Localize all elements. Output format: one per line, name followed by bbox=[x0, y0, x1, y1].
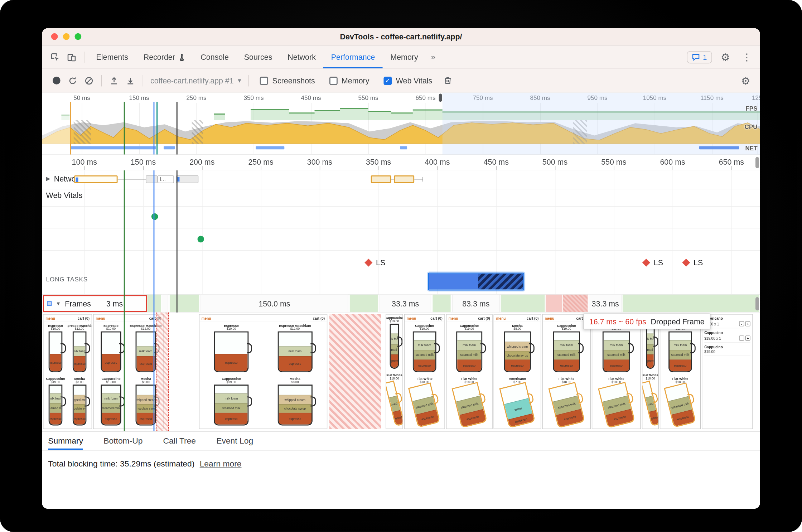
disclosure-triangle-icon[interactable]: ▼ bbox=[56, 301, 61, 306]
frames-track-header-highlight[interactable]: ▼ Frames 3 ms bbox=[43, 295, 147, 312]
detail-time-ruler[interactable]: 100 ms150 ms200 ms250 ms300 ms350 ms400 … bbox=[42, 155, 760, 170]
network-request-bar[interactable] bbox=[371, 175, 391, 183]
long-task-bar-selected[interactable] bbox=[428, 272, 525, 290]
frame-segment[interactable] bbox=[432, 295, 450, 312]
cup-layer-milk-foam: milk foam bbox=[137, 346, 155, 356]
menu-link: menu bbox=[496, 316, 506, 320]
capture-settings-gear-icon[interactable]: ⚙ bbox=[738, 72, 754, 89]
web-vitals-checkbox[interactable]: ✓ Web Vitals bbox=[383, 76, 432, 85]
network-request-bar[interactable] bbox=[74, 175, 117, 183]
coffee-cup: milk foamespresso bbox=[277, 332, 312, 372]
coffee-cup: milk foamespresso bbox=[136, 332, 156, 372]
frame-segment[interactable] bbox=[562, 295, 588, 312]
cart-item-name: Americano bbox=[704, 316, 750, 320]
filmstrip-frame[interactable]: menucart (0)Cappuccino$19.00milk foamste… bbox=[592, 314, 641, 429]
more-tabs-chevron[interactable]: » bbox=[426, 52, 440, 62]
memory-checkbox[interactable]: Memory bbox=[329, 76, 369, 85]
vertical-scrollbar-thumb[interactable] bbox=[755, 157, 759, 168]
minimize-button[interactable] bbox=[63, 33, 70, 40]
dropped-frame-placeholder[interactable] bbox=[329, 314, 381, 429]
frames-track[interactable]: 150.0 ms33.3 ms83.3 ms33.3 ms ▼ Frames 3… bbox=[42, 294, 760, 312]
tab-memory[interactable]: Memory bbox=[383, 45, 426, 68]
frame-segment[interactable]: 33.3 ms bbox=[379, 295, 431, 312]
tab-event-log[interactable]: Event Log bbox=[216, 432, 253, 450]
zoom-button[interactable] bbox=[75, 33, 82, 40]
filmstrip-frame[interactable]: menucart (0)Cappuccino$19.00milk foamste… bbox=[404, 314, 445, 429]
quantity-stepper[interactable]: -+ bbox=[739, 335, 750, 340]
learn-more-link[interactable]: Learn more bbox=[200, 459, 242, 469]
frame-segment[interactable] bbox=[162, 295, 168, 312]
app-header: menucart (0) bbox=[405, 315, 444, 322]
frames-scrollbar-thumb[interactable] bbox=[755, 297, 759, 310]
frame-segment[interactable] bbox=[169, 295, 199, 312]
coffee-cup: milk foamsteamed milkespresso bbox=[553, 332, 580, 372]
tab-sources[interactable]: Sources bbox=[236, 45, 280, 68]
network-request-bar[interactable] bbox=[176, 175, 198, 183]
minus-button[interactable]: - bbox=[739, 321, 744, 326]
filmstrip-frame[interactable]: menucart (0)Cappuccino$19.00milk foamste… bbox=[446, 314, 493, 429]
device-toolbar-icon[interactable] bbox=[63, 49, 80, 65]
tab-console[interactable]: Console bbox=[193, 45, 236, 68]
close-button[interactable] bbox=[51, 33, 58, 40]
filmstrip-frame[interactable]: menucart (0)Espresso$10.00espressoEspres… bbox=[93, 314, 164, 429]
filmstrip-frame[interactable]: menucart (0)Espresso$10.00espressoEspres… bbox=[199, 314, 328, 429]
product-cell: Cappuccino$19.00milk foamsteamed milkesp… bbox=[386, 315, 403, 372]
network-request-bar[interactable]: I... bbox=[158, 175, 174, 183]
tab-network[interactable]: Network bbox=[280, 45, 323, 68]
timeline-overview[interactable]: 50 ms150 ms250 ms350 ms450 ms550 ms650 m… bbox=[42, 93, 760, 155]
tab-elements[interactable]: Elements bbox=[88, 45, 136, 68]
overview-drag-handle[interactable] bbox=[439, 93, 442, 102]
web-vitals-good-marker[interactable] bbox=[151, 213, 158, 220]
save-profile-icon[interactable] bbox=[122, 72, 139, 89]
reload-and-record-icon[interactable] bbox=[64, 72, 81, 89]
filmstrip-frame[interactable]: menucart (0)Cappuccino$19.00milk foamste… bbox=[542, 314, 591, 429]
product-cell: Flat White$18.00steamed milkespresso bbox=[386, 372, 403, 429]
kebab-menu-icon[interactable]: ⋮ bbox=[739, 49, 755, 65]
frame-segment[interactable] bbox=[545, 295, 562, 312]
web-vitals-track-label[interactable]: Web Vitals bbox=[46, 191, 83, 199]
clear-recording-icon[interactable] bbox=[81, 72, 97, 89]
settings-gear-icon[interactable]: ⚙ bbox=[717, 49, 734, 65]
plus-button[interactable]: + bbox=[745, 335, 750, 340]
quantity-stepper[interactable]: -+ bbox=[739, 321, 750, 326]
web-vitals-good-marker[interactable] bbox=[197, 236, 204, 243]
frame-segment[interactable]: 150.0 ms bbox=[200, 295, 348, 312]
tab-recorder[interactable]: Recorder bbox=[136, 45, 193, 68]
filmstrip-frame[interactable]: Cappuccino$19.00milk foamsteamed milkesp… bbox=[642, 314, 659, 429]
gridline bbox=[143, 170, 144, 313]
product-name: Cappuccino bbox=[386, 316, 403, 320]
tab-summary[interactable]: Summary bbox=[48, 432, 83, 450]
history-dropdown[interactable]: coffee-cart.netlify.app #1 ▾ bbox=[147, 76, 244, 85]
layout-shift-marker[interactable]: LS bbox=[683, 258, 703, 267]
tab-performance[interactable]: Performance bbox=[323, 45, 383, 68]
frame-segment[interactable] bbox=[623, 295, 759, 312]
filmstrip-frame[interactable]: Americano$7.00 x 1-+Cappucino$19.00 x 1-… bbox=[702, 314, 753, 429]
load-profile-icon[interactable] bbox=[106, 72, 122, 89]
tab-bottom-up[interactable]: Bottom-Up bbox=[103, 432, 142, 450]
filmstrip-frame[interactable]: menucart (0)Espresso$10.00espressoEspres… bbox=[43, 314, 92, 429]
frame-segment[interactable]: 83.3 ms bbox=[451, 295, 499, 312]
network-request-bar[interactable] bbox=[146, 175, 158, 183]
layout-shift-marker[interactable]: LS bbox=[643, 258, 663, 267]
network-request-bar[interactable] bbox=[394, 175, 414, 183]
cup-contents: milk foamsteamed milkespresso bbox=[102, 386, 120, 425]
screenshots-checkbox[interactable]: Screenshots bbox=[260, 76, 315, 85]
network-track[interactable]: ▶ Network I... bbox=[42, 170, 760, 189]
tab-call-tree[interactable]: Call Tree bbox=[163, 432, 196, 450]
issues-counter[interactable]: 1 bbox=[687, 51, 712, 63]
overview-markers bbox=[42, 93, 760, 155]
coffee-cup: milk foamsteamed milkespresso bbox=[602, 332, 630, 372]
filmstrip-frame[interactable]: menucart (0)Mocha$8.00whipped creamchoco… bbox=[494, 314, 541, 429]
inspect-element-icon[interactable] bbox=[47, 49, 63, 65]
frame-segment[interactable] bbox=[147, 295, 161, 312]
frame-segment[interactable] bbox=[501, 295, 545, 312]
filmstrip-frame[interactable]: menucart (1)Cappuccino$19.00milk foamste… bbox=[660, 314, 701, 429]
plus-button[interactable]: + bbox=[745, 321, 750, 326]
frame-segment[interactable] bbox=[349, 295, 378, 312]
frame-segment[interactable]: 33.3 ms bbox=[588, 295, 622, 312]
minus-button[interactable]: - bbox=[739, 335, 744, 340]
layout-shift-marker[interactable]: LS bbox=[366, 258, 385, 267]
trash-icon[interactable] bbox=[439, 72, 456, 89]
record-button[interactable] bbox=[48, 72, 64, 89]
filmstrip-frame[interactable]: Cappuccino$19.00milk foamsteamed milkesp… bbox=[386, 314, 403, 429]
